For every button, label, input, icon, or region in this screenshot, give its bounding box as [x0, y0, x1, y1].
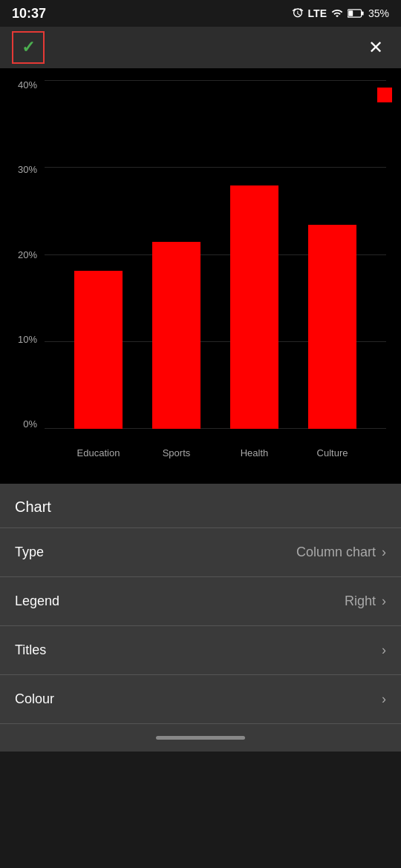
y-label-0: 0% — [23, 419, 37, 429]
colour-value-row: › — [382, 691, 386, 707]
titles-value-row: › — [382, 642, 386, 658]
bottom-bar — [0, 724, 401, 752]
settings-section: Chart Type Column chart › Legend Right ›… — [0, 484, 401, 724]
x-label-health: Health — [215, 447, 293, 458]
type-value: Column chart — [296, 545, 376, 560]
bar-sports — [152, 242, 200, 429]
y-axis-labels: 40% 30% 20% 10% 0% — [0, 80, 43, 429]
chart-area: 40% 30% 20% 10% 0% — [0, 68, 401, 484]
settings-item-legend[interactable]: Legend Right › — [0, 577, 401, 626]
status-time: 10:37 — [12, 6, 46, 22]
section-title: Chart — [15, 499, 51, 515]
y-label-10: 10% — [18, 335, 37, 344]
svg-rect-2 — [348, 10, 353, 16]
legend-chevron-icon: › — [382, 594, 386, 609]
colour-label: Colour — [15, 691, 54, 707]
y-label-30: 30% — [18, 165, 37, 174]
legend-label: Legend — [15, 594, 59, 609]
check-icon: ✓ — [22, 38, 35, 57]
legend-value: Right — [345, 594, 376, 609]
bar-group-sports — [137, 242, 215, 429]
chart-inner: 40% 30% 20% 10% 0% — [0, 80, 401, 466]
close-icon: ✕ — [368, 37, 383, 57]
x-axis-labels: Education Sports Health Culture — [45, 447, 386, 458]
y-label-20: 20% — [18, 250, 37, 260]
status-icons: LTE 35% — [292, 7, 389, 19]
type-label: Type — [15, 545, 44, 560]
section-header: Chart — [0, 484, 401, 528]
colour-chevron-icon: › — [382, 691, 386, 707]
bar-group-education — [59, 271, 137, 429]
titles-label: Titles — [15, 642, 46, 658]
x-label-culture: Culture — [293, 447, 371, 458]
bar-group-health — [215, 185, 293, 429]
alarm-icon — [292, 7, 304, 19]
legend-value-row: Right › — [345, 594, 386, 609]
type-value-row: Column chart › — [296, 545, 386, 560]
bar-group-culture — [293, 225, 371, 429]
battery-icon — [348, 7, 364, 19]
settings-item-type[interactable]: Type Column chart › — [0, 528, 401, 577]
close-button[interactable]: ✕ — [362, 31, 389, 64]
status-bar: 10:37 LTE 35% — [0, 0, 401, 27]
signal-icon — [331, 7, 343, 19]
type-chevron-icon: › — [382, 545, 386, 560]
lte-label: LTE — [308, 7, 327, 19]
settings-item-colour[interactable]: Colour › — [0, 675, 401, 724]
titles-chevron-icon: › — [382, 642, 386, 658]
bar-health — [230, 185, 278, 429]
action-bar: ✓ ✕ — [0, 27, 401, 68]
y-label-40: 40% — [18, 80, 37, 90]
confirm-button[interactable]: ✓ — [12, 31, 45, 64]
settings-item-titles[interactable]: Titles › — [0, 626, 401, 675]
home-indicator — [156, 736, 245, 740]
svg-rect-1 — [362, 11, 364, 15]
battery-label: 35% — [368, 7, 389, 19]
bar-culture — [308, 225, 356, 429]
bar-education — [74, 271, 123, 429]
x-label-education: Education — [59, 447, 137, 458]
bars-container — [45, 80, 386, 429]
x-label-sports: Sports — [137, 447, 215, 458]
